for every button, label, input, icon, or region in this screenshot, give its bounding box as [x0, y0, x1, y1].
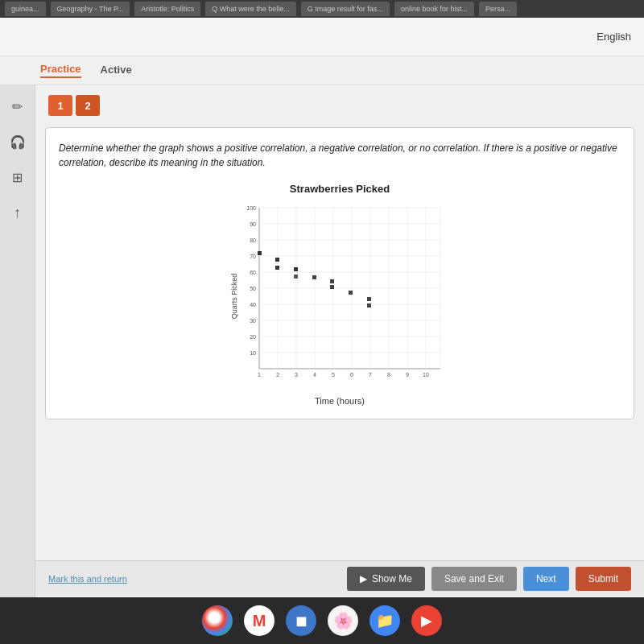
chart-title: Strawberries Picked [290, 183, 390, 195]
upload-icon[interactable]: ↑ [6, 201, 29, 224]
video-icon: ▶ [360, 573, 367, 584]
chrome-icon[interactable] [202, 605, 233, 636]
svg-text:10: 10 [250, 350, 256, 356]
drive-icon[interactable]: ◼ [286, 605, 316, 636]
language-selector[interactable]: English [597, 31, 631, 43]
question-tabs: 1 2 [48, 95, 634, 116]
svg-text:5: 5 [332, 372, 335, 378]
data-point-4 [294, 267, 298, 271]
nav-bar: Practice Active [0, 56, 644, 85]
svg-text:100: 100 [246, 205, 256, 211]
svg-text:2: 2 [276, 372, 279, 378]
tab-aristotle[interactable]: Aristotle: Politics [134, 2, 200, 16]
app-container: English Practice Active ✏ 🎧 ⊞ ↑ 1 2 Dete… [0, 18, 644, 644]
scatter-chart: Quarts Picked [227, 200, 452, 393]
data-point-9 [349, 291, 353, 295]
calculator-icon[interactable]: ⊞ [6, 166, 29, 188]
svg-text:4: 4 [313, 372, 316, 378]
tab-persa[interactable]: Persa... [479, 2, 517, 16]
data-point-2 [275, 258, 279, 262]
svg-text:8: 8 [387, 372, 390, 378]
data-point-6 [312, 275, 316, 279]
data-point-11 [367, 303, 371, 308]
gmail-icon[interactable]: M [244, 605, 275, 636]
svg-text:40: 40 [250, 302, 256, 308]
tab-geography[interactable]: Geography - The P... [51, 2, 130, 16]
browser-tab-bar: guinea... Geography - The P... Aristotle… [0, 0, 644, 18]
chart-container: Strawberries Picked Quarts Picked [59, 183, 621, 406]
save-exit-button[interactable]: Save and Exit [431, 567, 517, 591]
taskbar: M ◼ 🌸 📁 ▶ [0, 597, 644, 644]
headphone-icon[interactable]: 🎧 [6, 130, 29, 153]
data-point-10 [367, 297, 371, 301]
sidebar: ✏ 🎧 ⊞ ↑ [0, 85, 35, 644]
data-point-1 [258, 251, 262, 255]
svg-text:1: 1 [258, 372, 261, 378]
x-axis-label: Time (hours) [315, 396, 365, 406]
svg-text:3: 3 [295, 372, 298, 378]
data-point-7 [330, 279, 334, 283]
question-tab-1[interactable]: 1 [48, 95, 72, 116]
submit-button[interactable]: Submit [576, 567, 631, 591]
svg-text:30: 30 [250, 318, 256, 324]
svg-text:60: 60 [250, 270, 256, 275]
nav-practice[interactable]: Practice [40, 63, 81, 78]
question-card: Determine whether the graph shows a posi… [45, 127, 634, 419]
svg-text:6: 6 [350, 372, 353, 378]
y-axis-label: Quarts Picked [230, 274, 238, 320]
tab-online-book[interactable]: online book for hist... [394, 2, 474, 16]
tab-image-result[interactable]: G Image result for fas... [301, 2, 390, 16]
data-point-8 [330, 285, 334, 289]
data-point-5 [294, 275, 298, 279]
nav-active[interactable]: Active [101, 64, 132, 77]
svg-text:9: 9 [406, 372, 409, 378]
svg-text:70: 70 [250, 254, 256, 259]
svg-text:7: 7 [369, 372, 372, 378]
svg-text:50: 50 [250, 286, 256, 291]
data-point-3 [275, 266, 279, 270]
tab-guinea[interactable]: guinea... [5, 2, 46, 16]
mark-return-link[interactable]: Mark this and return [48, 574, 341, 584]
show-me-button[interactable]: ▶ Show Me [347, 567, 425, 591]
photos-icon[interactable]: 🌸 [328, 605, 358, 636]
next-button[interactable]: Next [523, 567, 569, 591]
edit-icon[interactable]: ✏ [6, 95, 29, 118]
action-bar: Mark this and return ▶ Show Me Save and … [35, 560, 644, 596]
question-text: Determine whether the graph shows a posi… [59, 141, 621, 170]
youtube-icon[interactable]: ▶ [411, 605, 442, 636]
question-tab-2[interactable]: 2 [76, 95, 100, 116]
svg-text:80: 80 [250, 237, 256, 243]
svg-text:10: 10 [423, 372, 429, 378]
svg-text:20: 20 [250, 334, 256, 340]
svg-text:90: 90 [250, 221, 256, 227]
files-icon[interactable]: 📁 [369, 605, 400, 636]
tab-what-were[interactable]: Q What were the belie... [205, 2, 296, 16]
top-header: English [0, 18, 644, 56]
chart-area: Quarts Picked [227, 200, 452, 393]
